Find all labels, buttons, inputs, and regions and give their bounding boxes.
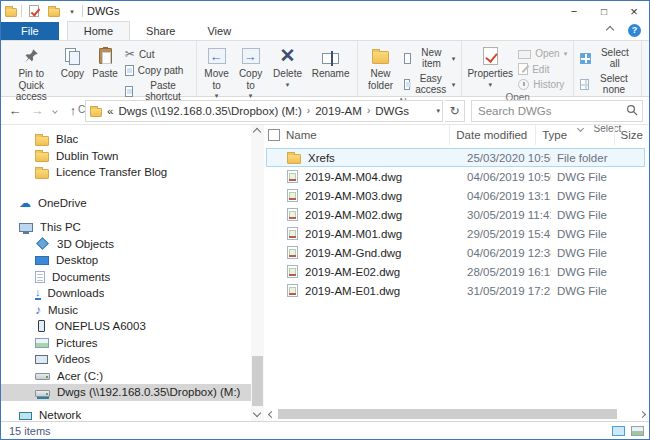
file-rows: Xrefs 25/03/2020 10:56 File folder 2019-… — [264, 145, 649, 407]
copy-button[interactable]: Copy — [57, 43, 87, 80]
sidebar-item-blac[interactable]: Blac — [1, 131, 251, 148]
chevron-down-icon — [52, 108, 58, 114]
sidebar-item-acer-c[interactable]: Acer (C:) — [1, 368, 251, 385]
file-list-pane: Name Date modified Type Size Xrefs 25/03… — [264, 125, 649, 421]
sidebar-item-network[interactable]: Network — [1, 407, 251, 422]
minimize-button[interactable]: − — [559, 1, 589, 21]
dwg-file-icon — [287, 284, 298, 297]
scrollbar-thumb[interactable] — [252, 356, 263, 406]
folder-icon — [287, 154, 301, 164]
maximize-icon: □ — [601, 6, 607, 17]
help-button[interactable]: ? — [628, 24, 641, 37]
chevron-down-icon: ▾ — [70, 8, 74, 15]
view-toggles — [609, 423, 647, 439]
tab-share[interactable]: Share — [130, 22, 191, 40]
path-overflow[interactable]: « — [107, 105, 113, 117]
ribbon-group-open: Properties ▾ Open ▾ Edit Histo — [462, 41, 574, 96]
select-all-button[interactable]: Select all — [578, 46, 636, 70]
search-input[interactable] — [478, 105, 626, 117]
refresh-button[interactable]: ↻ — [445, 100, 465, 122]
copy-to-button[interactable]: → Copy to ▾ — [235, 43, 267, 99]
easy-access-button[interactable]: Easy access ▾ — [402, 72, 458, 96]
delete-button[interactable]: ✕ Delete ▾ — [269, 43, 307, 88]
column-header-size[interactable]: Size — [615, 125, 649, 145]
window-title: DWGs — [87, 5, 119, 17]
open-button[interactable]: Open ▾ — [516, 46, 569, 60]
file-row-2019-am-e01[interactable]: 2019-AM-E01.dwg 31/05/2019 17:23 DWG Fil… — [266, 281, 645, 300]
pin-to-quick-access-button[interactable]: Pin to Quick access — [7, 43, 55, 103]
column-header-date-modified[interactable]: Date modified — [450, 125, 536, 145]
large-icons-view-button[interactable] — [628, 423, 647, 439]
navigation-bar: ← → ↑ « Dwgs (\\192.168.0.35\Dropbox) (M… — [1, 97, 649, 125]
up-arrow-icon: ↑ — [70, 103, 77, 118]
search-box — [471, 100, 643, 122]
scrollbar-thumb[interactable] — [278, 409, 617, 419]
file-row-2019-am-m02[interactable]: 2019-AM-M02.dwg 30/05/2019 11:41 DWG Fil… — [266, 205, 645, 224]
history-button[interactable]: History — [516, 78, 569, 91]
tab-view[interactable]: View — [191, 22, 247, 40]
file-row-2019-am-m03[interactable]: 2019-AM-M03.dwg 04/06/2019 13:12 DWG Fil… — [266, 186, 645, 205]
breadcrumb-2019-am[interactable]: 2019-AM — [315, 105, 362, 117]
scroll-left-icon[interactable] — [264, 407, 278, 421]
select-all-checkbox[interactable] — [268, 129, 280, 141]
sidebar-item-documents[interactable]: Documents — [1, 269, 251, 286]
sidebar-item-licence-transfer-blog[interactable]: Licence Transfer Blog — [1, 164, 251, 181]
details-view-button[interactable] — [609, 423, 628, 439]
file-row-xrefs[interactable]: Xrefs 25/03/2020 10:56 File folder — [266, 148, 645, 167]
breadcrumb-dwgs[interactable]: DWGs — [375, 105, 409, 117]
divider — [82, 5, 83, 17]
qat-customize-button[interactable]: ▾ — [66, 1, 78, 21]
file-row-2019-am-m04[interactable]: 2019-AM-M04.dwg 04/06/2019 10:50 DWG Fil… — [266, 167, 645, 186]
properties-button[interactable]: Properties ▾ — [466, 43, 514, 88]
sidebar-item-music[interactable]: ♪ Music — [1, 302, 251, 319]
file-row-2019-am-e02[interactable]: 2019-AM-E02.dwg 28/05/2019 16:19 DWG Fil… — [266, 262, 645, 281]
sidebar-item-downloads[interactable]: ↓ Downloads — [1, 285, 251, 302]
up-button[interactable]: ↑ — [63, 101, 83, 121]
scroll-up-icon[interactable] — [253, 128, 261, 136]
forward-button[interactable]: → — [27, 101, 47, 121]
navigation-pane-scrollbar[interactable] — [251, 125, 264, 421]
maximize-button[interactable]: □ — [589, 1, 619, 21]
collapse-ribbon-button[interactable] — [602, 20, 618, 40]
new-folder-button[interactable]: New folder — [362, 43, 400, 91]
dwg-file-icon — [287, 170, 298, 183]
sidebar-item-this-pc[interactable]: This PC — [1, 219, 251, 236]
close-button[interactable]: × — [619, 1, 649, 21]
sort-descending-icon — [577, 125, 584, 132]
new-item-button[interactable]: New item ▾ — [402, 46, 458, 70]
back-button[interactable]: ← — [5, 101, 25, 121]
sidebar-item-desktop[interactable]: Desktop — [1, 252, 251, 269]
address-dropdown-icon[interactable]: ▾ — [436, 107, 440, 114]
column-header-type[interactable]: Type — [536, 125, 614, 145]
scroll-down-icon[interactable] — [253, 409, 261, 417]
cut-button[interactable]: ✂ Cut — [123, 46, 192, 62]
qat-properties-button[interactable] — [26, 1, 42, 21]
recent-locations-button[interactable] — [49, 101, 61, 121]
breadcrumb-drive[interactable]: Dwgs (\\192.168.0.35\Dropbox) (M:) — [118, 105, 301, 117]
edit-button[interactable]: Edit — [516, 62, 569, 76]
copy-path-button[interactable]: Copy path — [123, 64, 192, 77]
horizontal-scrollbar[interactable] — [264, 407, 649, 421]
qat-new-folder-button[interactable] — [46, 1, 62, 21]
sidebar-item-videos[interactable]: Videos — [1, 351, 251, 368]
address-bar[interactable]: « Dwgs (\\192.168.0.35\Dropbox) (M:) › 2… — [85, 100, 443, 122]
file-row-2019-am-gnd[interactable]: 2019-AM-Gnd.dwg 04/06/2019 12:38 DWG Fil… — [266, 243, 645, 262]
sidebar-item-dwgs-network-drive[interactable]: Dwgs (\\192.168.0.35\Dropbox) (M:) — [1, 384, 251, 401]
move-to-button[interactable]: ← Move to ▾ — [201, 43, 233, 99]
sidebar-item-3d-objects[interactable]: 3D Objects — [1, 236, 251, 253]
tab-home[interactable]: Home — [67, 21, 130, 40]
scroll-right-icon[interactable] — [635, 407, 649, 421]
sidebar-item-dublin-town[interactable]: Dublin Town — [1, 148, 251, 165]
tab-file[interactable]: File — [1, 22, 59, 40]
close-icon: × — [630, 4, 638, 19]
rename-button[interactable]: Rename — [309, 43, 353, 80]
sidebar-item-onedrive[interactable]: ☁ OneDrive — [1, 195, 251, 212]
sidebar-item-oneplus-a6003[interactable]: ONEPLUS A6003 — [1, 318, 251, 335]
scrollbar-track[interactable] — [278, 409, 635, 419]
chevron-down-icon: ▾ — [488, 81, 492, 88]
file-row-2019-am-m01[interactable]: 2019-AM-M01.dwg 29/05/2019 15:45 DWG Fil… — [266, 224, 645, 243]
select-none-button[interactable]: Select none — [578, 72, 636, 96]
column-header-name[interactable]: Name — [264, 125, 450, 145]
sidebar-item-pictures[interactable]: Pictures — [1, 335, 251, 352]
paste-button[interactable]: Paste — [89, 43, 121, 80]
